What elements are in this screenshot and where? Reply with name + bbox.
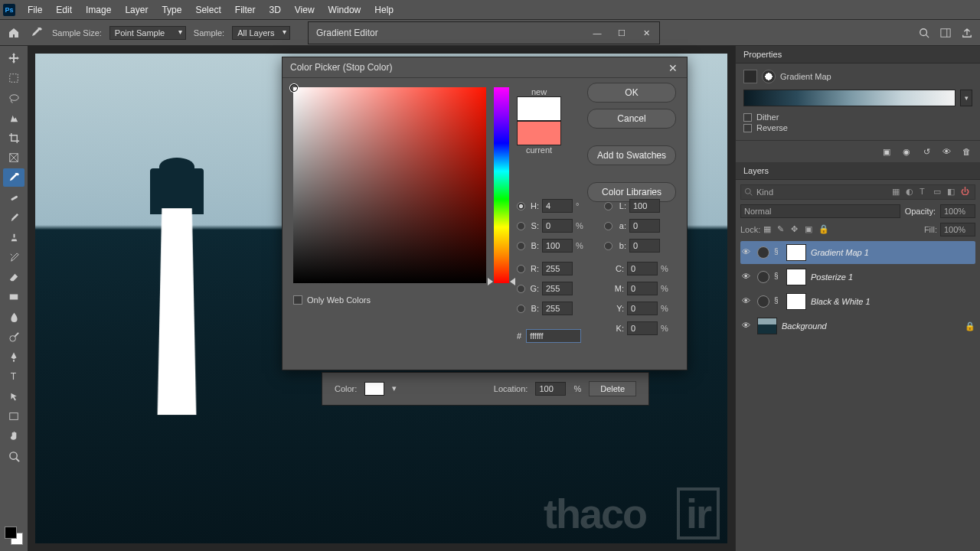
lock-icon[interactable]: 🔒 [965,321,974,331]
stop-delete-button[interactable]: Delete [589,381,636,396]
menu-view[interactable]: View [289,2,321,18]
menu-select[interactable]: Select [189,2,227,18]
dodge-tool-icon[interactable] [3,328,24,346]
blur-tool-icon[interactable] [3,308,24,326]
visibility-toggle-icon[interactable]: 👁 [742,247,753,258]
blend-mode-select[interactable]: Normal [740,204,900,218]
eraser-tool-icon[interactable] [3,268,24,286]
layer-name-label[interactable]: Background [782,321,827,331]
gradient-dropdown-icon[interactable]: ▾ [960,90,972,106]
h-input[interactable] [542,199,573,213]
minimize-icon[interactable]: — [592,28,603,38]
mask-thumb[interactable] [786,293,806,310]
r-radio[interactable] [517,265,525,273]
lock-image-icon[interactable]: ✎ [777,224,788,235]
current-color-swatch[interactable] [517,121,561,145]
lab-b-radio[interactable] [604,242,612,250]
eyedropper-tool-icon[interactable] [3,168,24,187]
zoom-tool-icon[interactable] [3,447,24,465]
sample-size-select[interactable]: Point Sample [109,26,186,40]
rectangle-tool-icon[interactable] [3,407,24,425]
b-input[interactable] [542,302,573,315]
layer-background[interactable]: 👁 Background 🔒 [740,315,975,337]
fill-input[interactable]: 100% [940,223,975,236]
gradient-preview[interactable] [743,90,956,106]
toggle-visibility-icon[interactable]: 👁 [940,145,952,158]
g-radio[interactable] [517,285,525,293]
menu-3d[interactable]: 3D [263,2,286,18]
hand-tool-icon[interactable] [3,427,24,445]
lock-transparent-icon[interactable]: ▦ [763,224,774,235]
delete-adjustment-icon[interactable]: 🗑 [960,145,972,158]
s-input[interactable] [542,219,573,233]
add-to-swatches-button[interactable]: Add to Swatches [587,145,676,165]
layer-bw[interactable]: 👁 § Black & White 1 [740,290,975,313]
lock-position-icon[interactable]: ✥ [791,224,802,235]
gradient-editor-window[interactable]: Gradient Editor — ☐ ✕ [308,21,660,44]
layer-thumb[interactable] [757,318,777,334]
dither-checkbox[interactable]: Dither [743,112,972,122]
y-input[interactable] [627,302,658,315]
bv-radio[interactable] [517,242,525,250]
gradient-tool-icon[interactable] [3,288,24,306]
healing-brush-tool-icon[interactable] [3,188,24,207]
s-radio[interactable] [517,222,525,230]
home-icon[interactable] [6,25,21,41]
menu-layer[interactable]: Layer [119,2,154,18]
filter-pixel-icon[interactable]: ▦ [892,187,903,197]
visibility-toggle-icon[interactable]: 👁 [742,272,753,282]
stop-color-dropdown-icon[interactable]: ▾ [392,383,403,394]
layer-gradient-map[interactable]: 👁 § Gradient Map 1 [740,241,975,264]
hex-input[interactable] [526,329,581,343]
lab-b-input[interactable] [629,239,660,253]
quick-select-tool-icon[interactable] [3,109,24,127]
saturation-brightness-field[interactable] [293,87,486,283]
stop-location-input[interactable] [535,382,566,396]
r-input[interactable] [542,262,573,276]
search-icon[interactable] [917,26,931,40]
stop-color-swatch[interactable] [364,382,384,396]
pen-tool-icon[interactable] [3,347,24,366]
reverse-checkbox[interactable]: Reverse [743,123,972,132]
share-icon[interactable] [960,26,974,40]
type-tool-icon[interactable]: T [3,367,24,386]
layer-name-label[interactable]: Gradient Map 1 [811,248,869,257]
filter-type-icon[interactable]: T [920,187,930,197]
view-previous-icon[interactable]: ◉ [900,145,913,158]
path-select-tool-icon[interactable] [3,387,24,406]
layer-name-label[interactable]: Posterize 1 [811,272,853,282]
layers-panel-header[interactable]: Layers [736,162,980,180]
menu-edit[interactable]: Edit [50,2,78,18]
lasso-tool-icon[interactable] [3,89,24,107]
crop-tool-icon[interactable] [3,129,24,147]
l-radio[interactable] [604,202,612,210]
close-icon[interactable]: ✕ [668,62,679,73]
lock-artboard-icon[interactable]: ▣ [805,224,815,235]
frame-tool-icon[interactable] [3,148,24,167]
a-input[interactable] [629,219,660,233]
k-input[interactable] [627,321,658,335]
layer-name-label[interactable]: Black & White 1 [811,297,871,306]
sample-select[interactable]: All Layers [232,26,290,40]
clone-stamp-tool-icon[interactable] [3,228,24,246]
close-icon[interactable]: ✕ [641,28,652,38]
b-radio[interactable] [517,305,525,313]
bv-input[interactable] [542,239,573,253]
menu-file[interactable]: File [21,2,48,18]
maximize-icon[interactable]: ☐ [616,28,627,38]
filter-shape-icon[interactable]: ▭ [933,187,944,197]
only-web-colors-checkbox[interactable]: Only Web Colors [293,295,371,305]
opacity-input[interactable]: 100% [940,204,975,218]
l-input[interactable] [629,199,660,213]
layer-posterize[interactable]: 👁 § Posterize 1 [740,266,975,289]
c-input[interactable] [627,262,658,276]
visibility-toggle-icon[interactable]: 👁 [742,296,753,307]
a-radio[interactable] [604,222,612,230]
workspace-icon[interactable] [939,26,952,40]
menu-type[interactable]: Type [155,2,188,18]
ok-button[interactable]: OK [587,83,676,103]
brush-tool-icon[interactable] [3,208,24,227]
menu-help[interactable]: Help [368,2,400,18]
color-swatches[interactable] [5,527,23,545]
properties-panel-header[interactable]: Properties [736,46,980,64]
